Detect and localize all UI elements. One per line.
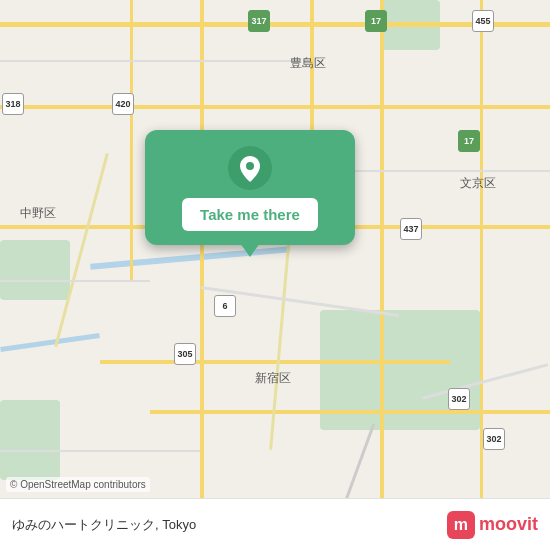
take-me-there-button[interactable]: Take me there	[182, 198, 318, 231]
bottom-bar: ゆみのハートクリニック, Tokyo m moovit	[0, 498, 550, 550]
small-road-1	[0, 60, 300, 62]
small-road-2	[350, 170, 550, 172]
svg-point-1	[246, 162, 254, 170]
map-background	[0, 0, 550, 550]
road-badge-305: 305	[174, 343, 196, 365]
map-container: 中野区 豊島区 文京区 新宿区 317 17 455 318 420 8 437…	[0, 0, 550, 550]
small-road-3	[0, 280, 150, 282]
road-badge-302b: 302	[483, 428, 505, 450]
road-v2	[200, 0, 204, 550]
district-bunkyoku: 文京区	[460, 175, 496, 192]
road-v1	[380, 0, 384, 550]
small-road-4	[0, 450, 200, 452]
road-v4	[480, 0, 483, 550]
river-2	[0, 333, 100, 352]
road-badge-17a: 17	[365, 10, 387, 32]
road-badge-17b: 17	[458, 130, 480, 152]
park-area-3	[0, 240, 70, 300]
park-area-4	[0, 400, 60, 480]
district-nakanoku: 中野区	[20, 205, 56, 222]
location-pin-icon	[228, 146, 272, 190]
road-h2	[0, 105, 550, 109]
road-badge-318: 318	[2, 93, 24, 115]
road-h5	[150, 410, 550, 414]
road-badge-455: 455	[472, 10, 494, 32]
road-badge-6: 6	[214, 295, 236, 317]
road-v3	[130, 0, 133, 280]
road-badge-317: 317	[248, 10, 270, 32]
road-badge-302a: 302	[448, 388, 470, 410]
district-shinjukuku: 新宿区	[255, 370, 291, 387]
moovit-icon: m	[447, 511, 475, 539]
moovit-text: moovit	[479, 514, 538, 535]
popup-card: Take me there	[145, 130, 355, 245]
location-label: ゆみのハートクリニック, Tokyo	[12, 516, 196, 534]
road-badge-437: 437	[400, 218, 422, 240]
road-h1	[0, 22, 550, 27]
district-toshimaku: 豊島区	[290, 55, 326, 72]
attribution-text: © OpenStreetMap contributors	[6, 477, 150, 492]
road-h4	[100, 360, 450, 364]
moovit-logo: m moovit	[447, 511, 538, 539]
road-badge-420: 420	[112, 93, 134, 115]
